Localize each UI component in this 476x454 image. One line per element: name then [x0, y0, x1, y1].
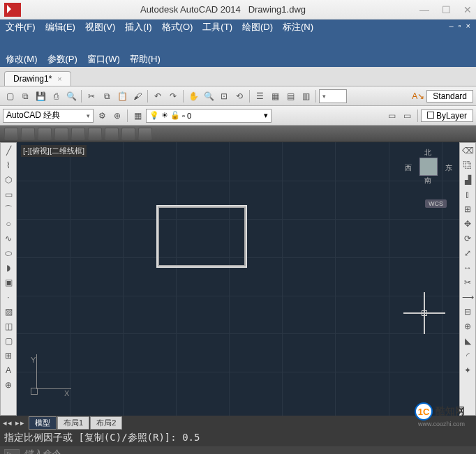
- vs-shaded-icon[interactable]: [88, 128, 102, 140]
- tp-icon[interactable]: ▤: [283, 89, 297, 103]
- save-icon[interactable]: 💾: [34, 89, 47, 103]
- join-icon[interactable]: ⊕: [461, 320, 474, 333]
- menu-view[interactable]: 视图(V): [85, 21, 115, 33]
- redo-icon[interactable]: ↷: [166, 89, 180, 103]
- layout-nav-icon[interactable]: ◂◂ ▸▸: [3, 418, 25, 427]
- pan-icon[interactable]: ✋: [186, 89, 200, 103]
- erase-icon[interactable]: ⌫: [461, 144, 474, 157]
- stretch-icon[interactable]: ↔: [461, 262, 474, 274]
- maximize-button[interactable]: ☐: [442, 4, 451, 15]
- mtext-icon[interactable]: A: [2, 364, 15, 377]
- pline-icon[interactable]: ⌇: [2, 159, 15, 172]
- document-tab[interactable]: Drawing1* ×: [4, 71, 71, 86]
- scale-combo[interactable]: ▾: [319, 89, 347, 103]
- circle-icon[interactable]: ○: [2, 218, 15, 230]
- polygon-icon[interactable]: ⬡: [2, 174, 15, 186]
- region-icon[interactable]: ▢: [2, 335, 15, 347]
- layer-off-icon[interactable]: ▭: [401, 109, 415, 123]
- offset-icon[interactable]: ⫿: [461, 188, 474, 201]
- menu-modify[interactable]: 修改(M): [6, 53, 38, 66]
- fillet-icon[interactable]: ◜: [461, 349, 474, 362]
- array-icon[interactable]: ⊞: [461, 203, 474, 215]
- spline-icon[interactable]: ∿: [2, 232, 15, 245]
- extend-icon[interactable]: ⟶: [461, 291, 474, 303]
- minimize-button[interactable]: —: [419, 4, 429, 15]
- drawing-canvas[interactable]: [-][俯视][二维线框] YX 北 西 东 南 WCS: [17, 142, 459, 416]
- zoom-window-icon[interactable]: ⊡: [217, 89, 231, 103]
- zoom-prev-icon[interactable]: ⟲: [232, 89, 246, 103]
- block-icon[interactable]: ▣: [2, 276, 15, 289]
- ellipse-arc-icon[interactable]: ◗: [2, 262, 15, 274]
- print-icon[interactable]: ⎙: [49, 89, 63, 103]
- zoom-icon[interactable]: 🔍: [202, 89, 216, 103]
- viewport-label[interactable]: [-][俯视][二维线框]: [21, 145, 87, 157]
- undo-icon[interactable]: ↶: [151, 89, 165, 103]
- menu-insert[interactable]: 插入(I): [125, 21, 151, 33]
- menu-param[interactable]: 参数(P): [47, 53, 77, 66]
- close-button[interactable]: ✕: [463, 4, 472, 15]
- vs-real-icon[interactable]: [54, 128, 68, 140]
- layer-iso-icon[interactable]: ▭: [385, 109, 399, 123]
- arc-icon[interactable]: ⌒: [2, 203, 15, 215]
- layout-tab-2[interactable]: 布局2: [90, 416, 122, 430]
- layer-combo[interactable]: 💡 ☀ 🔓 ▫ 0 ▾: [146, 109, 272, 123]
- ellipse-icon[interactable]: ⬭: [2, 247, 15, 259]
- chamfer-icon[interactable]: ◣: [461, 335, 474, 347]
- rectangle-icon[interactable]: ▭: [2, 188, 15, 201]
- menu-dim[interactable]: 标注(N): [283, 21, 313, 33]
- menu-format[interactable]: 格式(O): [162, 21, 193, 33]
- textstyle-combo[interactable]: Standard: [426, 90, 473, 103]
- ws-settings-icon[interactable]: ⚙: [95, 109, 109, 123]
- vs-wire-icon[interactable]: [21, 128, 35, 140]
- command-input[interactable]: ▷_ 键入命令: [0, 446, 476, 454]
- workspace-combo[interactable]: AutoCAD 经典▾: [3, 109, 94, 123]
- mirror-icon[interactable]: ▟: [461, 174, 474, 186]
- rotate-icon[interactable]: ⟳: [461, 232, 474, 245]
- menu-draw[interactable]: 绘图(D): [242, 21, 273, 33]
- view-cube[interactable]: 北 西 东 南: [408, 148, 449, 197]
- textstyle-icon[interactable]: A↘: [411, 89, 425, 103]
- paste-icon[interactable]: 📋: [115, 89, 129, 103]
- trim-icon[interactable]: ✂: [461, 276, 474, 289]
- linetype-combo[interactable]: ByLayer: [421, 109, 473, 122]
- cut-icon[interactable]: ✂: [84, 89, 98, 103]
- vs-2d-icon[interactable]: [4, 128, 18, 140]
- preview-icon[interactable]: 🔍: [64, 89, 78, 103]
- break-icon[interactable]: ⊟: [461, 305, 474, 318]
- move-icon[interactable]: ✥: [461, 218, 474, 230]
- ssm-icon[interactable]: ▥: [299, 89, 313, 103]
- vs-hidden-icon[interactable]: [38, 128, 52, 140]
- table-icon[interactable]: ⊞: [2, 349, 15, 362]
- mdi-controls[interactable]: – ▫ ×: [449, 22, 472, 30]
- layout-tab-1[interactable]: 布局1: [57, 416, 89, 430]
- menu-help[interactable]: 帮助(H): [130, 53, 161, 66]
- addsel-icon[interactable]: ⊕: [2, 379, 15, 391]
- layout-tab-model[interactable]: 模型: [29, 416, 57, 430]
- open-icon[interactable]: ⧉: [18, 89, 32, 103]
- close-tab-icon[interactable]: ×: [57, 75, 61, 83]
- new-icon[interactable]: ▢: [3, 89, 17, 103]
- line-icon[interactable]: ╱: [2, 144, 15, 157]
- dc-icon[interactable]: ▦: [268, 89, 282, 103]
- scale-icon[interactable]: ⤢: [461, 247, 474, 259]
- menu-file[interactable]: 文件(F): [6, 21, 36, 33]
- drawn-rectangle[interactable]: [156, 205, 247, 268]
- menu-tools[interactable]: 工具(T): [202, 21, 232, 33]
- app-logo-icon[interactable]: [4, 3, 21, 17]
- vs-xray-icon[interactable]: [105, 128, 119, 140]
- match-icon[interactable]: 🖌: [131, 89, 144, 103]
- vs-concept-icon[interactable]: [71, 128, 85, 140]
- menu-window[interactable]: 窗口(W): [87, 53, 120, 66]
- copy-icon[interactable]: ⧉: [100, 89, 114, 103]
- wcs-label[interactable]: WCS: [425, 199, 447, 208]
- copy-obj-icon[interactable]: ⿻: [461, 159, 474, 172]
- point-icon[interactable]: ·: [2, 291, 15, 303]
- gradient-icon[interactable]: ◫: [2, 320, 15, 333]
- hatch-icon[interactable]: ▨: [2, 305, 15, 318]
- props-icon[interactable]: ☰: [253, 89, 267, 103]
- layer-props-icon[interactable]: ▦: [131, 109, 144, 123]
- ws-gear-icon[interactable]: ⊕: [110, 109, 124, 123]
- explode-icon[interactable]: ✦: [461, 364, 474, 377]
- vs-sketch-icon[interactable]: [121, 128, 135, 140]
- vs-manage-icon[interactable]: [138, 128, 152, 140]
